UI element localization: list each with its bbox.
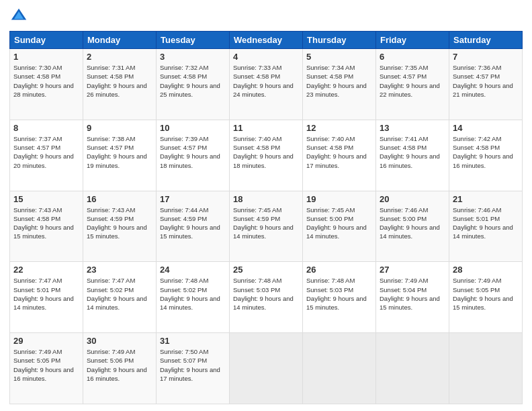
sunrise: Sunrise: 7:38 AM: [87, 135, 135, 142]
sunrise: Sunrise: 7:44 AM: [160, 206, 208, 214]
calendar-cell: [376, 333, 449, 404]
daylight: Daylight: 9 hours and 22 minutes.: [380, 82, 440, 98]
day-number: 29: [13, 336, 79, 346]
calendar-cell: 19 Sunrise: 7:45 AM Sunset: 5:00 PM Dayl…: [303, 191, 376, 262]
day-info: Sunrise: 7:48 AM Sunset: 5:02 PM Dayligh…: [160, 276, 226, 312]
day-number: 3: [160, 52, 226, 62]
page-container: SundayMondayTuesdayWednesdayThursdayFrid…: [0, 0, 532, 411]
daylight: Daylight: 9 hours and 14 minutes.: [87, 295, 147, 311]
calendar-week-3: 15 Sunrise: 7:43 AM Sunset: 4:58 PM Dayl…: [10, 191, 523, 262]
calendar-cell: 7 Sunrise: 7:36 AM Sunset: 4:57 PM Dayli…: [449, 49, 523, 120]
sunset: Sunset: 4:59 PM: [87, 215, 134, 222]
calendar-cell: 15 Sunrise: 7:43 AM Sunset: 4:58 PM Dayl…: [10, 191, 83, 262]
calendar-cell: 31 Sunrise: 7:50 AM Sunset: 5:07 PM Dayl…: [157, 333, 230, 404]
sunset: Sunset: 4:58 PM: [160, 73, 207, 80]
daylight: Daylight: 9 hours and 16 minutes.: [380, 152, 440, 169]
calendar-cell: 21 Sunrise: 7:46 AM Sunset: 5:01 PM Dayl…: [449, 191, 523, 262]
sunset: Sunset: 4:58 PM: [306, 73, 353, 80]
calendar-cell: 13 Sunrise: 7:41 AM Sunset: 4:58 PM Dayl…: [376, 120, 449, 191]
day-info: Sunrise: 7:31 AM Sunset: 4:58 PM Dayligh…: [87, 63, 152, 99]
calendar-cell: 11 Sunrise: 7:40 AM Sunset: 4:58 PM Dayl…: [230, 120, 303, 191]
day-number: 22: [13, 265, 79, 275]
sunset: Sunset: 4:58 PM: [233, 144, 280, 151]
sunrise: Sunrise: 7:49 AM: [453, 277, 501, 284]
sunrise: Sunrise: 7:45 AM: [306, 206, 355, 214]
calendar-body: 1 Sunrise: 7:30 AM Sunset: 4:58 PM Dayli…: [10, 49, 523, 404]
day-info: Sunrise: 7:43 AM Sunset: 4:58 PM Dayligh…: [13, 205, 79, 241]
daylight: Daylight: 9 hours and 14 minutes.: [453, 224, 513, 240]
calendar-cell: 1 Sunrise: 7:30 AM Sunset: 4:58 PM Dayli…: [10, 49, 83, 120]
daylight: Daylight: 9 hours and 16 minutes.: [13, 366, 74, 382]
sunset: Sunset: 4:57 PM: [87, 144, 134, 151]
day-info: Sunrise: 7:47 AM Sunset: 5:01 PM Dayligh…: [13, 276, 79, 312]
sunrise: Sunrise: 7:43 AM: [87, 206, 135, 214]
calendar-header: SundayMondayTuesdayWednesdayThursdayFrid…: [10, 32, 523, 49]
weekday-header-wednesday: Wednesday: [230, 32, 303, 49]
calendar-cell: 26 Sunrise: 7:48 AM Sunset: 5:03 PM Dayl…: [303, 262, 376, 333]
sunset: Sunset: 5:03 PM: [233, 286, 280, 293]
sunset: Sunset: 5:05 PM: [453, 286, 500, 293]
day-number: 30: [87, 336, 152, 346]
daylight: Daylight: 9 hours and 15 minutes.: [87, 224, 147, 240]
sunrise: Sunrise: 7:35 AM: [380, 64, 428, 71]
sunrise: Sunrise: 7:40 AM: [306, 135, 355, 142]
sunrise: Sunrise: 7:30 AM: [13, 64, 62, 71]
sunrise: Sunrise: 7:45 AM: [233, 206, 281, 214]
calendar-cell: 10 Sunrise: 7:39 AM Sunset: 4:57 PM Dayl…: [157, 120, 230, 191]
sunset: Sunset: 4:58 PM: [306, 144, 353, 151]
calendar-cell: 2 Sunrise: 7:31 AM Sunset: 4:58 PM Dayli…: [83, 49, 157, 120]
day-info: Sunrise: 7:33 AM Sunset: 4:58 PM Dayligh…: [233, 63, 299, 99]
sunset: Sunset: 5:01 PM: [13, 286, 60, 293]
day-number: 8: [13, 123, 79, 133]
calendar-week-4: 22 Sunrise: 7:47 AM Sunset: 5:01 PM Dayl…: [10, 262, 523, 333]
day-number: 17: [160, 194, 226, 204]
daylight: Daylight: 9 hours and 20 minutes.: [13, 152, 74, 169]
day-number: 20: [380, 194, 445, 204]
sunrise: Sunrise: 7:36 AM: [453, 64, 501, 71]
daylight: Daylight: 9 hours and 18 minutes.: [233, 152, 294, 169]
day-info: Sunrise: 7:40 AM Sunset: 4:58 PM Dayligh…: [306, 134, 372, 170]
sunrise: Sunrise: 7:49 AM: [380, 277, 428, 284]
day-number: 27: [380, 265, 445, 275]
day-info: Sunrise: 7:45 AM Sunset: 5:00 PM Dayligh…: [306, 205, 372, 241]
calendar-cell: 8 Sunrise: 7:37 AM Sunset: 4:57 PM Dayli…: [10, 120, 83, 191]
daylight: Daylight: 9 hours and 14 minutes.: [13, 295, 74, 311]
sunrise: Sunrise: 7:46 AM: [453, 206, 501, 214]
sunrise: Sunrise: 7:49 AM: [13, 348, 62, 355]
day-number: 24: [160, 265, 226, 275]
day-info: Sunrise: 7:32 AM Sunset: 4:58 PM Dayligh…: [160, 63, 226, 99]
calendar-cell: 12 Sunrise: 7:40 AM Sunset: 4:58 PM Dayl…: [303, 120, 376, 191]
sunset: Sunset: 5:02 PM: [160, 286, 207, 293]
day-info: Sunrise: 7:44 AM Sunset: 4:59 PM Dayligh…: [160, 205, 226, 241]
daylight: Daylight: 9 hours and 28 minutes.: [13, 82, 74, 98]
sunrise: Sunrise: 7:47 AM: [13, 277, 62, 284]
day-info: Sunrise: 7:46 AM Sunset: 5:00 PM Dayligh…: [380, 205, 445, 241]
day-info: Sunrise: 7:50 AM Sunset: 5:07 PM Dayligh…: [160, 347, 226, 383]
logo: [9, 7, 30, 26]
weekday-header-tuesday: Tuesday: [157, 32, 230, 49]
day-info: Sunrise: 7:41 AM Sunset: 4:58 PM Dayligh…: [380, 134, 445, 170]
calendar-week-1: 1 Sunrise: 7:30 AM Sunset: 4:58 PM Dayli…: [10, 49, 523, 120]
day-info: Sunrise: 7:45 AM Sunset: 4:59 PM Dayligh…: [233, 205, 299, 241]
day-info: Sunrise: 7:49 AM Sunset: 5:06 PM Dayligh…: [87, 347, 152, 383]
sunset: Sunset: 5:00 PM: [306, 215, 353, 222]
logo-icon: [9, 7, 28, 26]
sunrise: Sunrise: 7:39 AM: [160, 135, 208, 142]
day-number: 10: [160, 123, 226, 133]
day-number: 11: [233, 123, 299, 133]
sunrise: Sunrise: 7:48 AM: [160, 277, 208, 284]
calendar-cell: 9 Sunrise: 7:38 AM Sunset: 4:57 PM Dayli…: [83, 120, 157, 191]
day-number: 26: [306, 265, 372, 275]
sunset: Sunset: 5:03 PM: [306, 286, 353, 293]
sunset: Sunset: 4:58 PM: [453, 144, 500, 151]
sunset: Sunset: 4:58 PM: [233, 73, 280, 80]
calendar-cell: 16 Sunrise: 7:43 AM Sunset: 4:59 PM Dayl…: [83, 191, 157, 262]
day-info: Sunrise: 7:34 AM Sunset: 4:58 PM Dayligh…: [306, 63, 372, 99]
daylight: Daylight: 9 hours and 21 minutes.: [453, 82, 513, 98]
day-info: Sunrise: 7:37 AM Sunset: 4:57 PM Dayligh…: [13, 134, 79, 170]
daylight: Daylight: 9 hours and 15 minutes.: [160, 224, 220, 240]
sunrise: Sunrise: 7:43 AM: [13, 206, 62, 214]
sunrise: Sunrise: 7:47 AM: [87, 277, 135, 284]
calendar-cell: 5 Sunrise: 7:34 AM Sunset: 4:58 PM Dayli…: [303, 49, 376, 120]
calendar-cell: [449, 333, 523, 404]
